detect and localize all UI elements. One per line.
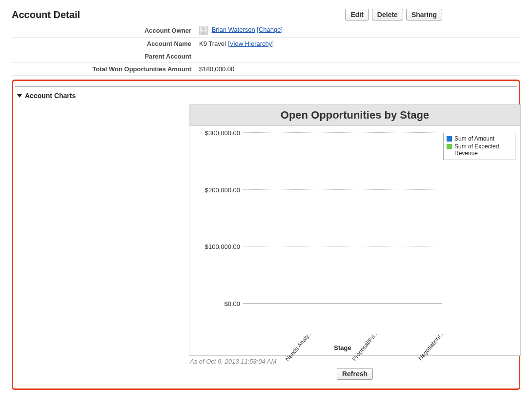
- field-label-won: Total Won Opportunities Amount: [12, 63, 195, 76]
- edit-button[interactable]: Edit: [345, 9, 368, 20]
- y-tick: $0.00: [224, 300, 240, 307]
- y-tick: $200,000.00: [205, 186, 240, 193]
- y-tick: $300,000.00: [205, 129, 240, 137]
- x-labels: Needs Analy.. Proposal/Pri.. Negotiation…: [243, 307, 442, 339]
- detail-table: Account Owner Brian Waterson [Change] Ac…: [12, 23, 520, 76]
- won-amount-value: $180,000.00: [195, 63, 520, 76]
- section-title: Account Charts: [25, 92, 76, 100]
- chevron-down-icon: [17, 94, 22, 98]
- parent-account-value: [195, 50, 520, 63]
- account-name-value: K9 Travel: [199, 40, 226, 47]
- divider: [15, 86, 517, 87]
- y-tick: $100,000.00: [205, 243, 240, 250]
- bars-container: [243, 133, 442, 304]
- chart-box: Open Opportunities by Stage $0.00 $100,0…: [189, 104, 521, 356]
- legend-swatch-icon: [447, 136, 452, 142]
- chart-legend: Sum of Amount Sum of Expected Revenue: [443, 133, 515, 160]
- legend-item: Sum of Amount: [447, 135, 512, 142]
- avatar-icon: [199, 26, 208, 35]
- field-label-owner: Account Owner: [12, 23, 195, 38]
- owner-link[interactable]: Brian Waterson: [212, 26, 255, 33]
- legend-swatch-icon: [447, 144, 452, 149]
- legend-item: Sum of Expected Revenue: [447, 143, 512, 157]
- action-buttons: Edit Delete Sharing: [345, 9, 442, 20]
- chart-title: Open Opportunities by Stage: [189, 105, 520, 126]
- x-axis-title: Stage: [243, 344, 442, 351]
- section-toggle-account-charts[interactable]: Account Charts: [13, 91, 519, 104]
- legend-label: Sum of Amount: [454, 135, 494, 142]
- view-hierarchy-link[interactable]: [View Hierarchy]: [228, 40, 274, 47]
- legend-label: Sum of Expected Revenue: [454, 143, 512, 157]
- chart-body: $0.00 $100,000.00 $200,000.00 $300,000.0…: [189, 126, 520, 355]
- plot-area: $0.00 $100,000.00 $200,000.00 $300,000.0…: [243, 133, 442, 304]
- field-label-name: Account Name: [12, 38, 195, 50]
- sharing-button[interactable]: Sharing: [406, 9, 442, 20]
- change-owner-link[interactable]: [Change]: [257, 26, 283, 33]
- page-title: Account Detail: [12, 9, 80, 20]
- account-charts-highlight: Account Charts Open Opportunities by Sta…: [12, 80, 520, 390]
- delete-button[interactable]: Delete: [372, 9, 403, 20]
- field-label-parent: Parent Account: [12, 50, 195, 63]
